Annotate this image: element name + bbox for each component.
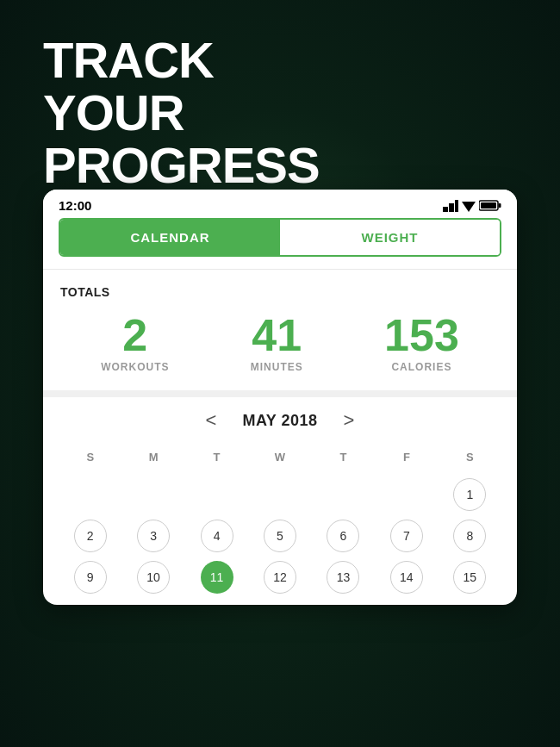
wifi-icon — [462, 200, 476, 212]
calendar-day-wrapper: 12 — [250, 558, 309, 596]
svg-marker-2 — [455, 200, 458, 212]
tab-bar: CALENDAR WEIGHT — [59, 218, 501, 257]
calendar-day-wrapper: 10 — [123, 558, 183, 596]
calendar-day-wrapper — [314, 476, 373, 514]
svg-rect-5 — [481, 202, 496, 209]
calendar-day-wrapper: 2 — [60, 517, 120, 555]
calendar-day-wrapper — [123, 476, 183, 514]
month-nav: < MAY 2018 > — [60, 409, 500, 432]
calendar-day-wrapper: 8 — [440, 517, 500, 555]
calendar-day-wrapper: 7 — [376, 517, 436, 555]
calories-value: 153 — [384, 313, 459, 358]
total-calories: 153 CALORIES — [384, 313, 459, 373]
total-workouts: 2 WORKOUTS — [101, 313, 169, 373]
calendar-day-wrapper — [187, 476, 246, 514]
calendar-day[interactable]: 10 — [137, 561, 170, 594]
calendar-day-wrapper: 15 — [440, 558, 500, 596]
calendar-day-wrapper: 6 — [314, 517, 373, 555]
calendar-day[interactable]: 9 — [74, 561, 107, 594]
calendar-day-header: F — [376, 447, 436, 472]
svg-marker-3 — [462, 202, 476, 212]
tab-calendar[interactable]: CALENDAR — [60, 220, 280, 255]
totals-label: TOTALS — [60, 285, 500, 299]
divider-middle — [43, 390, 517, 397]
status-bar: 12:00 — [43, 190, 517, 218]
calendar-day-wrapper: 3 — [123, 517, 183, 555]
calendar-day-wrapper: 1 — [440, 476, 500, 514]
hero-title: TRACK YOUR PROGRESS — [43, 34, 320, 192]
next-month-button[interactable]: > — [344, 409, 355, 432]
calendar-day[interactable]: 6 — [327, 520, 359, 552]
calendar-day-header: T — [187, 447, 246, 472]
totals-section: TOTALS 2 WORKOUTS 41 MINUTES 153 CALORIE… — [43, 270, 517, 390]
calories-unit: CALORIES — [384, 361, 459, 373]
calendar-day[interactable]: 1 — [453, 478, 486, 511]
minutes-value: 41 — [251, 313, 303, 358]
main-card: 12:00 CALENDAR WEIGHT TOTALS — [43, 190, 517, 605]
calendar-day[interactable]: 8 — [453, 520, 486, 552]
status-time: 12:00 — [59, 198, 91, 213]
month-label: MAY 2018 — [242, 412, 317, 430]
calendar-day-header: S — [440, 447, 500, 472]
calendar-section: < MAY 2018 > SMTWTFS12345678910111213141… — [43, 397, 517, 605]
calendar-day[interactable]: 2 — [74, 520, 107, 552]
battery-icon — [479, 200, 501, 211]
calendar-day-wrapper — [60, 476, 120, 514]
calendar-day-wrapper: 5 — [250, 517, 309, 555]
calendar-day-header: T — [314, 447, 373, 472]
calendar-day[interactable]: 11 — [201, 561, 233, 594]
workouts-value: 2 — [101, 313, 169, 358]
calendar-day-wrapper — [376, 476, 436, 514]
calendar-day[interactable]: 15 — [453, 561, 486, 594]
calendar-day[interactable]: 4 — [201, 520, 233, 552]
svg-marker-0 — [443, 207, 448, 212]
calendar-day[interactable]: 14 — [390, 561, 423, 594]
workouts-unit: WORKOUTS — [101, 361, 169, 373]
calendar-grid: SMTWTFS123456789101112131415 — [60, 447, 500, 596]
tab-weight[interactable]: WEIGHT — [280, 220, 500, 255]
calendar-day[interactable]: 5 — [264, 520, 296, 552]
calendar-day[interactable]: 12 — [264, 561, 296, 594]
signal-icon — [443, 200, 458, 212]
calendar-day-header: W — [250, 447, 309, 472]
minutes-unit: MINUTES — [251, 361, 303, 373]
calendar-day-wrapper: 13 — [314, 558, 373, 596]
calendar-day[interactable]: 7 — [390, 520, 423, 552]
calendar-day[interactable]: 3 — [137, 520, 170, 552]
calendar-day-wrapper: 11 — [187, 558, 246, 596]
calendar-day-wrapper: 14 — [376, 558, 436, 596]
svg-rect-6 — [499, 203, 501, 208]
prev-month-button[interactable]: < — [206, 409, 217, 432]
hero-section: TRACK YOUR PROGRESS — [43, 34, 320, 192]
calendar-day-wrapper — [250, 476, 309, 514]
calendar-day-header: M — [123, 447, 183, 472]
calendar-day-wrapper: 4 — [187, 517, 246, 555]
calendar-day-header: S — [60, 447, 120, 472]
total-minutes: 41 MINUTES — [251, 313, 303, 373]
totals-row: 2 WORKOUTS 41 MINUTES 153 CALORIES — [60, 313, 500, 382]
status-icons — [443, 200, 501, 212]
svg-marker-1 — [449, 203, 454, 212]
calendar-day-wrapper: 9 — [60, 558, 120, 596]
calendar-day[interactable]: 13 — [327, 561, 359, 594]
